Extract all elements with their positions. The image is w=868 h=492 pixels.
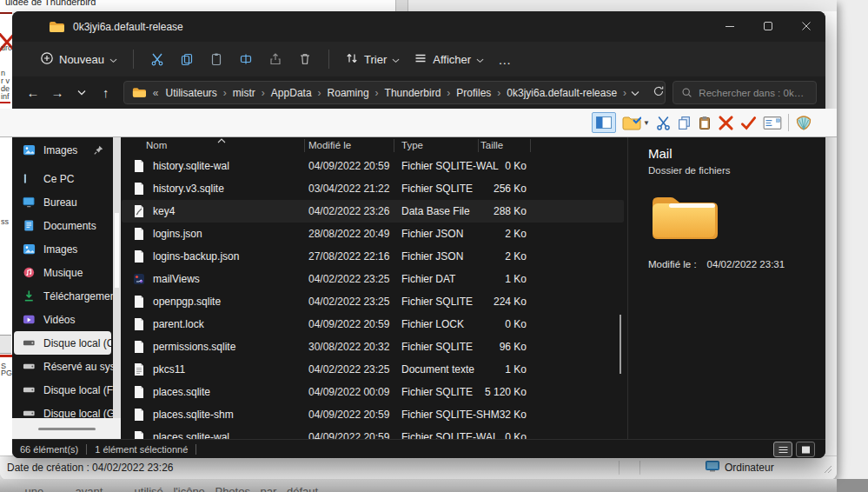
address-box[interactable]: « Utilisateurs›mistr›AppData›Roaming›Thu…: [123, 81, 666, 104]
paste-button[interactable]: [202, 45, 231, 73]
column-separator[interactable]: [478, 139, 479, 152]
sidebar-item-label: Musique: [43, 267, 83, 279]
new-button[interactable]: Nouveau: [33, 45, 124, 73]
paste-button[interactable]: [698, 116, 712, 130]
column-separator[interactable]: [530, 139, 531, 152]
sidebar-item-t-l-chargements[interactable]: Téléchargements: [14, 284, 111, 308]
sidebar-item-documents[interactable]: Documents: [14, 214, 111, 237]
sort-button[interactable]: Trier: [338, 45, 407, 73]
column-header-modified[interactable]: Modifié le: [308, 140, 351, 150]
sidebar-hscrollbar[interactable]: [12, 418, 121, 439]
breadcrumb-item[interactable]: AppData: [269, 87, 314, 99]
column-header-type[interactable]: Type: [401, 140, 423, 150]
share-button[interactable]: [261, 45, 290, 73]
sidebar-item-disque-local-c-[interactable]: Disque local (C:): [14, 331, 111, 355]
breadcrumb-separator-icon[interactable]: ›: [442, 87, 454, 99]
breadcrumb-item[interactable]: Utilisateurs: [164, 87, 219, 99]
breadcrumb-separator-icon[interactable]: ›: [314, 87, 326, 99]
file-modified: 28/08/2022 20:49: [308, 228, 389, 240]
file-row[interactable]: places.sqlite-shm04/09/2022 20:59Fichier…: [122, 403, 624, 426]
breadcrumb-item[interactable]: Roaming: [326, 87, 371, 99]
breadcrumb-separator-icon[interactable]: ›: [219, 87, 231, 99]
copy-button[interactable]: [677, 116, 692, 130]
sidebar-hscrollbar-thumb[interactable]: [38, 428, 96, 430]
validate-check-button[interactable]: [740, 115, 757, 131]
rename-button[interactable]: [231, 45, 261, 73]
sidebar-item-r-serv-au-syst-me-e-[interactable]: Réservé au système (E:): [14, 355, 111, 378]
more-button[interactable]: …: [491, 45, 519, 73]
file-type: Fichier SQLITE: [401, 341, 473, 353]
breadcrumb-separator-icon[interactable]: ›: [493, 87, 505, 99]
search-box[interactable]: Rechercher dans : 0k3jyi6a.d...: [673, 81, 817, 104]
sidebar-item-disque-local-g-[interactable]: Disque local (G:): [14, 402, 111, 418]
breadcrumb-item[interactable]: 0k3jyi6a.default-release: [505, 87, 619, 99]
file-row[interactable]: permissions.sqlite30/08/2022 20:32Fichie…: [122, 336, 624, 358]
cut-button[interactable]: [142, 45, 172, 73]
sidebar-item-label: Réservé au système (E:): [43, 361, 113, 373]
file-row[interactable]: history.sqlite-wal04/09/2022 20:59Fichie…: [122, 155, 624, 177]
file-row[interactable]: mailViews04/02/2022 23:25Fichier DAT1 Ko: [122, 268, 624, 290]
sidebar-item-images[interactable]: Images: [14, 237, 111, 261]
sort-ascending-icon: [217, 136, 226, 145]
breadcrumb-separator-icon[interactable]: ›: [371, 87, 383, 99]
sidebar-item-bureau[interactable]: Bureau: [14, 190, 111, 214]
column-separator[interactable]: [394, 139, 394, 152]
file-row[interactable]: openpgp.sqlite04/02/2022 23:25Fichier SQ…: [122, 290, 624, 313]
breadcrumb-item[interactable]: Profiles: [454, 87, 493, 99]
copy-button[interactable]: [172, 45, 202, 73]
sidebar-item-images[interactable]: Images: [14, 138, 111, 162]
sidebar-item-ce-pc[interactable]: Ce PC: [14, 167, 111, 190]
refresh-icon[interactable]: [653, 85, 665, 100]
delete-button[interactable]: [290, 45, 320, 73]
column-header-size[interactable]: Taille: [480, 140, 503, 150]
file-row[interactable]: places.sqlite-wal04/09/2022 20:59Fichier…: [122, 426, 624, 439]
sidebar-scrollbar-thumb[interactable]: [115, 213, 119, 288]
column-separator[interactable]: [304, 139, 305, 152]
file-row[interactable]: places.sqlite04/09/2022 00:09Fichier SQL…: [122, 381, 624, 403]
file-row[interactable]: pkcs1104/02/2022 23:25Document texte1 Ko: [122, 358, 624, 381]
sidebar-item-vid-os[interactable]: Vidéos: [14, 308, 111, 331]
file-row[interactable]: key404/02/2022 23:26Data Base File288 Ko: [122, 200, 624, 223]
breadcrumb-separator-icon[interactable]: ›: [619, 87, 631, 99]
file-row[interactable]: logins-backup.json27/08/2022 22:16Fichie…: [122, 245, 624, 268]
file-row[interactable]: logins.json28/08/2022 20:49Fichier JSON2…: [122, 223, 624, 245]
envelope-button[interactable]: [763, 116, 782, 130]
list-header: Nom Modifié le Type Taille: [122, 136, 624, 155]
shell-button[interactable]: [795, 115, 812, 130]
sidebar-item-musique[interactable]: Musique: [14, 261, 111, 284]
back-button[interactable]: ←: [21, 80, 45, 106]
breadcrumb-overflow[interactable]: «: [153, 87, 159, 99]
column-header-name[interactable]: Nom: [146, 140, 167, 150]
recent-locations-button[interactable]: [70, 80, 94, 106]
close-button[interactable]: [787, 11, 825, 42]
breadcrumb-item[interactable]: mistr: [231, 87, 257, 99]
address-dropdown-icon[interactable]: [631, 87, 639, 99]
drive-icon: [23, 383, 36, 396]
cut-button[interactable]: [656, 116, 671, 130]
new-button-label: Nouveau: [59, 53, 104, 66]
large-icons-view-button[interactable]: [796, 442, 815, 457]
file-type: Fichier LOCK: [401, 318, 464, 330]
breadcrumb-separator-icon[interactable]: ›: [257, 87, 269, 99]
breadcrumb-item[interactable]: Thunderbird: [383, 87, 443, 99]
up-button[interactable]: ↑: [94, 80, 118, 106]
selected-item-name: Mail: [648, 146, 825, 161]
minimize-button[interactable]: [711, 11, 749, 42]
file-row[interactable]: history.v3.sqlite03/04/2022 21:22Fichier…: [122, 177, 624, 200]
sidebar-scrollbar[interactable]: [113, 136, 121, 418]
file-list: Nom Modifié le Type Taille history.sqlit…: [122, 136, 624, 439]
resize-grip[interactable]: [824, 464, 832, 476]
new-folder-button[interactable]: ▼: [622, 116, 650, 130]
background-scrollbar-fragment[interactable]: [395, 0, 408, 11]
file-modified: 04/09/2022 20:59: [308, 431, 389, 439]
forward-button[interactable]: →: [45, 80, 70, 106]
list-scrollbar[interactable]: [620, 315, 621, 374]
delete-x-button[interactable]: [718, 115, 734, 131]
panel-toggle-button[interactable]: [592, 112, 616, 133]
file-row[interactable]: parent.lock04/09/2022 20:59Fichier LOCK0…: [122, 313, 624, 336]
view-button[interactable]: Afficher: [407, 45, 491, 73]
maximize-button[interactable]: [749, 11, 787, 42]
details-view-button[interactable]: [773, 442, 792, 457]
sidebar-item-disque-local-f-[interactable]: Disque local (F:): [14, 378, 111, 402]
file-name: places.sqlite-wal: [153, 431, 229, 439]
